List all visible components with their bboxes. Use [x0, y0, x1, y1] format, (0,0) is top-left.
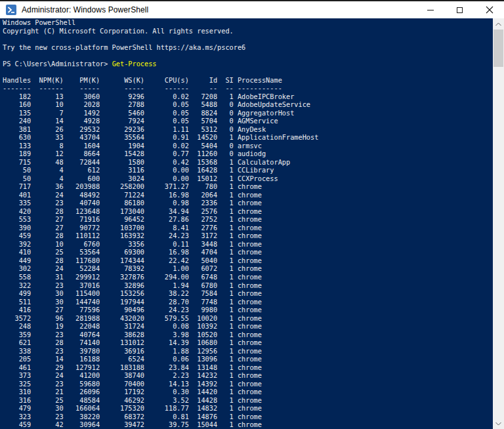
process-row: 135 7 1492 5460 0.05 8824 0 AggregatorHo… — [3, 109, 493, 117]
process-row: 459 28 110112 163932 24.23 3172 1 chrome — [3, 232, 493, 240]
close-icon — [486, 6, 494, 14]
process-row: 558 31 299912 327876 294.00 6748 1 chrom… — [3, 273, 493, 281]
process-row: 310 21 26096 17192 0.30 14420 1 chrome — [3, 388, 493, 396]
process-row: 410 25 53564 69300 16.98 4704 1 chrome — [3, 248, 493, 256]
process-row: 205 14 16188 6524 0.06 13096 1 chrome — [3, 355, 493, 363]
process-row: 335 23 40740 86180 0.98 2336 1 chrome — [3, 199, 493, 207]
console-output-lines: Windows PowerShellCopyright (C) Microsof… — [0, 18, 493, 429]
banner-line: Copyright (C) Microsoft Corporation. All… — [3, 27, 493, 35]
process-row: 3572 96 281988 432020 579.55 10020 1 chr… — [3, 314, 493, 323]
process-row: 715 48 72844 1580 0.42 15368 1 Calculato… — [3, 158, 493, 167]
console-output[interactable]: Windows PowerShellCopyright (C) Microsof… — [0, 18, 504, 429]
banner-line — [3, 35, 493, 43]
scroll-up-button[interactable] — [493, 18, 504, 30]
minimize-button[interactable] — [415, 1, 445, 18]
process-row: 621 28 74140 131012 14.39 10680 1 chrome — [3, 338, 493, 347]
prompt-line: PS C:\Users\Administrator> Get-Process — [3, 60, 493, 68]
banner-line: Windows PowerShell — [3, 18, 493, 27]
process-row: 316 25 48584 46292 3.52 14428 1 chrome — [3, 396, 493, 405]
process-row: 479 30 166064 175320 118.77 14832 1 chro… — [3, 404, 493, 413]
scroll-down-button[interactable] — [493, 418, 504, 429]
process-row: 50 4 612 3116 0.00 16428 1 CCLibrary — [3, 166, 493, 174]
process-row: 420 28 123648 173040 34.94 2576 1 chrome — [3, 207, 493, 216]
process-row: 302 24 52284 78392 1.00 6072 1 chrome — [3, 264, 493, 273]
window-controls — [415, 1, 504, 18]
process-row: 511 30 144740 197944 28.70 7748 1 chrome — [3, 298, 493, 306]
process-row: 325 23 59680 70400 14.13 14392 1 chrome — [3, 380, 493, 388]
powershell-icon[interactable] — [6, 5, 16, 15]
table-divider-line: ------- ------ ----- ----- ------ -- -- … — [3, 84, 493, 92]
vertical-scrollbar[interactable] — [493, 18, 504, 429]
maximize-button[interactable] — [445, 1, 474, 18]
banner-line: Try the new cross-platform PowerShell ht… — [3, 43, 493, 52]
process-row: 459 42 30964 39472 39.75 15044 1 chrome — [3, 420, 493, 429]
process-row: 322 23 37016 32896 1.94 6780 1 chrome — [3, 281, 493, 290]
process-row: 160 10 2028 2788 0.05 5488 0 AdobeUpdate… — [3, 100, 493, 109]
process-row: 373 24 41200 38740 2.23 14232 1 chrome — [3, 371, 493, 380]
process-row: 338 23 39780 36916 1.88 12956 1 chrome — [3, 347, 493, 356]
process-row: 461 29 127912 183188 23.84 13148 1 chrom… — [3, 363, 493, 372]
powershell-window: Administrator: Windows PowerShell Window… — [0, 0, 504, 429]
process-row: 717 36 203988 258200 371.27 780 1 chrome — [3, 182, 493, 191]
maximize-icon — [457, 7, 463, 13]
process-row: 182 13 3060 9296 0.02 7208 1 AdobeIPCBro… — [3, 92, 493, 101]
process-row: 499 30 115400 153256 38.22 7584 1 chrome — [3, 289, 493, 298]
title-bar[interactable]: Administrator: Windows PowerShell — [0, 1, 504, 18]
process-row: 240 14 4928 7924 0.05 5704 0 AGMService — [3, 117, 493, 125]
banner-line — [3, 51, 493, 60]
process-row: 189 12 8664 15428 0.77 11260 0 audiodg — [3, 150, 493, 158]
prompt-text: PS C:\Users\Administrator> — [3, 60, 112, 68]
process-row: 248 19 22048 31724 0.08 10392 1 chrome — [3, 322, 493, 331]
minimize-icon — [427, 10, 434, 10]
process-row: 449 28 117680 174344 22.42 5040 1 chrome — [3, 256, 493, 265]
process-row: 553 27 71916 96452 27.86 2752 1 chrome — [3, 215, 493, 224]
process-row: 133 8 1604 1904 0.02 5404 0 armsvc — [3, 142, 493, 150]
process-row: 401 24 48492 71224 16.98 2064 1 chrome — [3, 191, 493, 199]
command-text: Get-Process — [112, 60, 157, 68]
process-row: 392 10 6760 3356 0.11 3448 1 chrome — [3, 240, 493, 249]
chevron-up-icon — [495, 22, 501, 26]
chevron-down-icon — [495, 422, 501, 426]
process-row: 390 27 90772 103700 8.41 2776 1 chrome — [3, 224, 493, 232]
process-row: 359 23 40764 38628 3.98 10520 1 chrome — [3, 331, 493, 339]
scrollbar-thumb[interactable] — [494, 30, 503, 67]
process-row: 50 4 600 3024 0.00 15012 1 CCXProcess — [3, 174, 493, 183]
table-header-line: Handles NPM(K) PM(K) WS(K) CPU(s) Id SI … — [3, 76, 493, 85]
console-line — [3, 68, 493, 76]
process-row: 630 33 43704 35564 0.91 14520 1 Applicat… — [3, 133, 493, 142]
close-button[interactable] — [474, 1, 504, 18]
process-row: 323 23 38220 68372 0.81 14876 1 chrome — [3, 413, 493, 421]
window-title: Administrator: Windows PowerShell — [22, 5, 148, 14]
process-row: 381 26 29532 29236 1.11 5312 0 AnyDesk — [3, 125, 493, 134]
process-row: 416 27 77596 90496 24.23 9980 1 chrome — [3, 306, 493, 314]
